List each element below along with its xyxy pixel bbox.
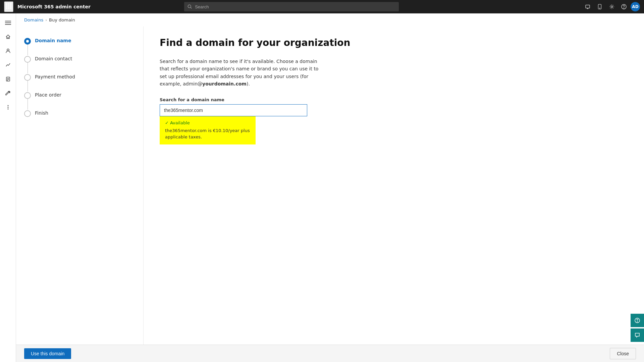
available-status: Available — [170, 120, 190, 125]
svg-point-27 — [7, 105, 8, 106]
svg-rect-6 — [6, 7, 7, 9]
sidebar-item-users[interactable] — [1, 44, 15, 58]
step-circle-domain-name — [24, 38, 31, 45]
search-bar — [184, 2, 399, 11]
step-label-place-order: Place order — [35, 92, 61, 108]
search-input[interactable] — [195, 4, 395, 9]
breadcrumb: Domains › Buy domain — [16, 13, 644, 26]
wizard-step-payment-method: Payment method — [24, 73, 135, 92]
wizard-step-place-order: Place order — [24, 92, 135, 110]
page-layout: Domain name Domain contact Pay — [16, 26, 644, 362]
description-text: Search for a domain name to see if it's … — [160, 58, 321, 88]
mobile-button[interactable] — [594, 1, 605, 12]
wizard-step-domain-name: Domain name — [24, 37, 135, 55]
topbar-icons: AD — [582, 1, 640, 12]
svg-rect-0 — [6, 3, 7, 5]
sidebar-item-tools[interactable] — [1, 86, 15, 100]
fab-container — [631, 314, 644, 342]
svg-rect-1 — [8, 3, 9, 5]
sidebar-item-more[interactable] — [1, 101, 15, 114]
step-label-domain-name: Domain name — [35, 37, 71, 54]
step-circle-payment-method — [24, 74, 31, 81]
search-field-label: Search for a domain name — [160, 97, 628, 102]
topbar: Microsoft 365 admin center — [0, 0, 644, 13]
wizard-steps-panel: Domain name Domain contact Pay — [16, 26, 144, 362]
description-part2: ). — [247, 81, 250, 86]
main-layout: Domains › Buy domain Domain name — [0, 13, 644, 362]
svg-point-15 — [599, 8, 600, 8]
page-title: Find a domain for your organization — [160, 37, 628, 48]
step-circle-place-order — [24, 92, 31, 99]
svg-point-28 — [7, 107, 8, 108]
close-button[interactable]: Close — [610, 348, 636, 359]
domain-search-wrapper — [160, 104, 307, 116]
app-title: Microsoft 365 admin center — [17, 4, 91, 9]
svg-rect-8 — [10, 7, 11, 9]
svg-rect-3 — [6, 5, 7, 7]
domain-search-input[interactable] — [160, 104, 307, 116]
wizard-step-domain-contact: Domain contact — [24, 55, 135, 73]
content-area: Domains › Buy domain Domain name — [16, 13, 644, 362]
svg-rect-5 — [10, 5, 11, 7]
availability-box: ✓ Available the365mentor.com is €10.10/y… — [160, 116, 256, 144]
svg-point-18 — [624, 8, 624, 8]
use-this-domain-button[interactable]: Use this domain — [24, 348, 71, 359]
step-circle-finish — [24, 110, 31, 117]
waffle-menu-button[interactable] — [4, 1, 13, 12]
fab-chat-button[interactable] — [631, 328, 644, 342]
search-icon — [187, 4, 192, 9]
step-label-finish: Finish — [35, 110, 48, 126]
breadcrumb-separator: › — [45, 18, 47, 22]
sidebar-item-reports[interactable] — [1, 72, 15, 86]
svg-rect-2 — [10, 3, 11, 5]
sidebar — [0, 13, 16, 362]
available-check-icon: ✓ — [165, 120, 169, 125]
sidebar-item-insights[interactable] — [1, 58, 15, 72]
avatar[interactable]: AD — [631, 2, 640, 11]
svg-line-10 — [191, 7, 192, 8]
help-button[interactable] — [619, 1, 629, 12]
svg-point-16 — [611, 6, 612, 8]
fullscreen-button[interactable] — [582, 1, 593, 12]
svg-point-22 — [7, 49, 9, 51]
step-circle-domain-contact — [24, 56, 31, 63]
svg-rect-11 — [586, 5, 590, 8]
svg-rect-7 — [8, 7, 9, 9]
svg-point-29 — [7, 109, 8, 110]
main-content-panel: Find a domain for your organization Sear… — [144, 26, 644, 362]
description-bold: yourdomain.com — [202, 81, 247, 86]
bottom-bar: Use this domain Close — [16, 345, 644, 362]
sidebar-item-menu[interactable] — [1, 16, 15, 29]
step-label-domain-contact: Domain contact — [35, 55, 72, 72]
breadcrumb-current: Buy domain — [49, 17, 75, 22]
settings-button[interactable] — [606, 1, 617, 12]
fab-help-button[interactable] — [631, 314, 644, 327]
svg-rect-4 — [8, 5, 9, 7]
svg-point-31 — [637, 321, 637, 322]
breadcrumb-parent-link[interactable]: Domains — [24, 17, 43, 22]
availability-price-text: the365mentor.com is €10.10/year plus app… — [165, 127, 250, 140]
wizard-step-finish: Finish — [24, 110, 135, 126]
step-label-payment-method: Payment method — [35, 73, 75, 90]
svg-point-9 — [188, 5, 191, 8]
sidebar-item-home[interactable] — [1, 30, 15, 44]
available-label: ✓ Available — [165, 120, 250, 125]
